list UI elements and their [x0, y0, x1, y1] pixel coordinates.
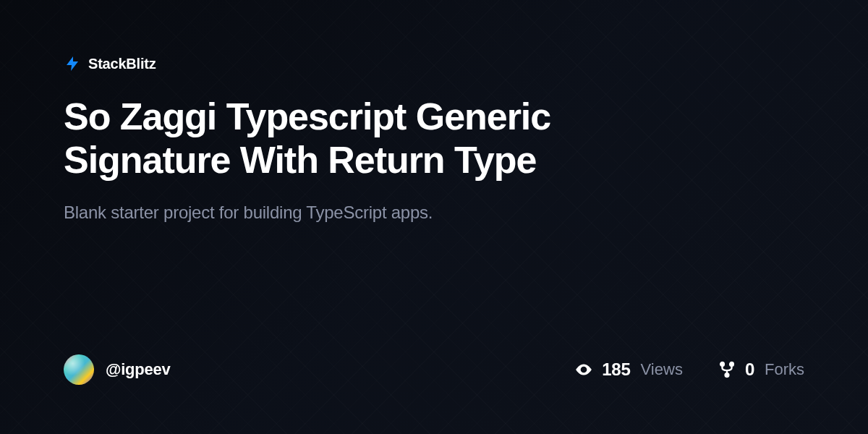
views-stat: 185 Views: [574, 359, 683, 380]
views-label: Views: [641, 360, 683, 379]
avatar: [64, 354, 94, 385]
project-description: Blank starter project for building TypeS…: [64, 203, 804, 223]
project-title: So Zaggi Typescript Generic Signature Wi…: [64, 95, 715, 182]
forks-stat: 0 Forks: [718, 359, 804, 380]
forks-value: 0: [745, 359, 754, 380]
eye-icon: [574, 360, 593, 379]
brand-name: StackBlitz: [88, 56, 156, 72]
fork-icon: [718, 360, 736, 379]
views-value: 185: [602, 359, 630, 380]
forks-label: Forks: [765, 360, 804, 379]
footer-row: @igpeev 185 Views: [64, 354, 804, 434]
brand-row: StackBlitz: [64, 55, 804, 72]
bolt-icon: [64, 55, 81, 72]
svg-point-2: [726, 373, 729, 377]
svg-point-0: [720, 362, 724, 366]
author-username: @igpeev: [106, 360, 171, 379]
author-block[interactable]: @igpeev: [64, 354, 171, 385]
svg-point-1: [730, 362, 733, 366]
card-container: StackBlitz So Zaggi Typescript Generic S…: [0, 0, 868, 434]
stats-row: 185 Views 0 Forks: [574, 359, 804, 380]
